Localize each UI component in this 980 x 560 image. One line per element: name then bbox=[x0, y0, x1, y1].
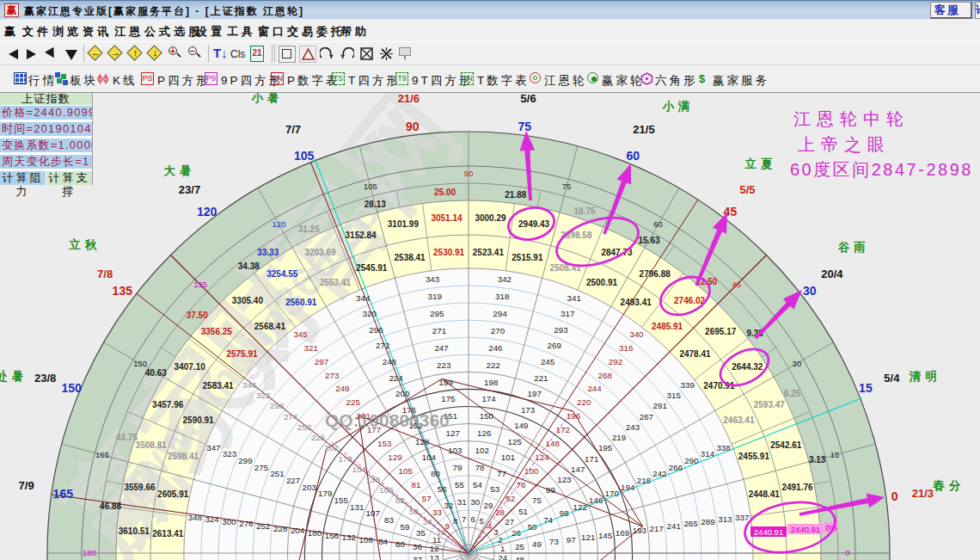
svg-text:3254.55: 3254.55 bbox=[266, 269, 298, 279]
svg-text:123: 123 bbox=[557, 475, 572, 484]
svg-text:75: 75 bbox=[532, 495, 542, 505]
svg-text:274: 274 bbox=[284, 412, 298, 422]
svg-text:178: 178 bbox=[339, 454, 353, 464]
svg-text:323: 323 bbox=[223, 449, 237, 458]
svg-text:处暑: 处暑 bbox=[0, 370, 28, 383]
svg-text:171: 171 bbox=[585, 454, 598, 464]
svg-text:78: 78 bbox=[475, 463, 485, 472]
svg-text:40.63: 40.63 bbox=[145, 368, 167, 378]
svg-text:2605.91: 2605.91 bbox=[157, 489, 189, 499]
svg-text:247: 247 bbox=[434, 343, 448, 353]
svg-text:21/3: 21/3 bbox=[912, 487, 934, 500]
svg-text:341: 341 bbox=[567, 293, 581, 303]
svg-text:197: 197 bbox=[528, 389, 542, 398]
svg-text:3101.99: 3101.99 bbox=[388, 219, 420, 229]
svg-text:342: 342 bbox=[498, 274, 511, 284]
svg-text:81: 81 bbox=[412, 480, 421, 489]
svg-text:5/4: 5/4 bbox=[884, 372, 900, 385]
svg-text:2695.17: 2695.17 bbox=[705, 327, 737, 336]
svg-text:26: 26 bbox=[511, 528, 521, 538]
svg-text:314: 314 bbox=[701, 449, 715, 458]
svg-text:2593.47: 2593.47 bbox=[754, 400, 786, 409]
svg-text:195: 195 bbox=[598, 443, 613, 452]
svg-text:121: 121 bbox=[581, 532, 595, 542]
svg-text:198: 198 bbox=[484, 378, 499, 387]
svg-text:338: 338 bbox=[716, 443, 731, 452]
svg-text:3457.96: 3457.96 bbox=[152, 400, 184, 409]
svg-text:105: 105 bbox=[294, 149, 315, 163]
svg-text:227: 227 bbox=[286, 476, 300, 485]
svg-text:27: 27 bbox=[505, 517, 514, 526]
svg-text:175: 175 bbox=[441, 394, 456, 403]
svg-text:165: 165 bbox=[53, 487, 74, 501]
svg-text:126: 126 bbox=[477, 428, 492, 438]
svg-text:108: 108 bbox=[359, 535, 374, 545]
svg-text:60: 60 bbox=[653, 219, 663, 229]
svg-text:59: 59 bbox=[400, 522, 409, 532]
svg-text:293: 293 bbox=[554, 325, 568, 335]
svg-text:105: 105 bbox=[364, 182, 377, 191]
svg-text:172: 172 bbox=[556, 425, 570, 434]
svg-text:2: 2 bbox=[498, 535, 502, 545]
svg-text:3152.84: 3152.84 bbox=[346, 231, 377, 240]
svg-text:295: 295 bbox=[430, 309, 444, 318]
svg-text:297: 297 bbox=[315, 357, 328, 366]
svg-text:25: 25 bbox=[515, 542, 524, 551]
svg-text:180: 180 bbox=[83, 548, 96, 557]
svg-text:148: 148 bbox=[546, 439, 560, 448]
svg-text:76: 76 bbox=[517, 480, 526, 489]
svg-text:243: 243 bbox=[626, 422, 640, 432]
svg-text:QQ:100800360: QQ:100800360 bbox=[325, 410, 450, 430]
svg-text:174: 174 bbox=[481, 394, 496, 403]
svg-text:315: 315 bbox=[667, 391, 682, 400]
svg-text:45: 45 bbox=[732, 280, 742, 289]
svg-text:147: 147 bbox=[571, 465, 585, 474]
svg-text:2455.91: 2455.91 bbox=[738, 452, 770, 461]
svg-text:313: 313 bbox=[718, 514, 732, 524]
svg-text:57: 57 bbox=[422, 494, 432, 503]
svg-text:23/7: 23/7 bbox=[179, 183, 200, 196]
svg-text:343: 343 bbox=[426, 274, 440, 284]
svg-text:220: 220 bbox=[577, 397, 591, 407]
svg-text:218: 218 bbox=[637, 476, 652, 485]
svg-text:154: 154 bbox=[352, 465, 367, 474]
svg-text:2538.41: 2538.41 bbox=[395, 253, 426, 262]
svg-text:270: 270 bbox=[491, 326, 505, 335]
svg-text:2491.76: 2491.76 bbox=[781, 483, 813, 492]
svg-text:51: 51 bbox=[518, 507, 528, 516]
svg-text:23/8: 23/8 bbox=[34, 372, 56, 385]
svg-text:149: 149 bbox=[514, 421, 528, 430]
svg-text:49: 49 bbox=[532, 539, 542, 549]
svg-text:21.88: 21.88 bbox=[505, 190, 526, 200]
svg-text:82: 82 bbox=[395, 495, 405, 505]
svg-text:1: 1 bbox=[500, 544, 505, 553]
svg-text:46.88: 46.88 bbox=[100, 502, 121, 511]
svg-text:6.25: 6.25 bbox=[784, 389, 801, 398]
svg-text:8: 8 bbox=[453, 516, 458, 526]
svg-text:246: 246 bbox=[488, 343, 503, 353]
svg-text:289: 289 bbox=[701, 517, 714, 526]
svg-text:250: 250 bbox=[297, 422, 312, 432]
svg-text:296: 296 bbox=[369, 325, 383, 335]
svg-text:199: 199 bbox=[439, 378, 453, 387]
svg-text:223: 223 bbox=[437, 360, 451, 370]
svg-text:7/9: 7/9 bbox=[19, 479, 34, 492]
svg-text:122: 122 bbox=[573, 502, 587, 512]
svg-text:322: 322 bbox=[256, 391, 270, 400]
svg-text:2523.41: 2523.41 bbox=[473, 248, 505, 257]
svg-text:2598.41: 2598.41 bbox=[168, 452, 199, 461]
svg-text:15.63: 15.63 bbox=[638, 236, 659, 245]
svg-text:74: 74 bbox=[543, 515, 553, 525]
svg-text:2463.41: 2463.41 bbox=[723, 415, 755, 425]
svg-text:小暑: 小暑 bbox=[251, 93, 284, 104]
svg-text:24: 24 bbox=[498, 553, 507, 560]
svg-text:79: 79 bbox=[452, 463, 462, 472]
svg-text:48: 48 bbox=[515, 555, 524, 560]
svg-text:180: 180 bbox=[308, 528, 322, 538]
svg-text:75: 75 bbox=[562, 182, 572, 191]
svg-text:53: 53 bbox=[490, 484, 499, 494]
svg-text:15: 15 bbox=[859, 381, 873, 395]
svg-text:248: 248 bbox=[383, 357, 397, 366]
svg-text:21/6: 21/6 bbox=[398, 93, 420, 105]
svg-text:135: 135 bbox=[193, 280, 207, 289]
